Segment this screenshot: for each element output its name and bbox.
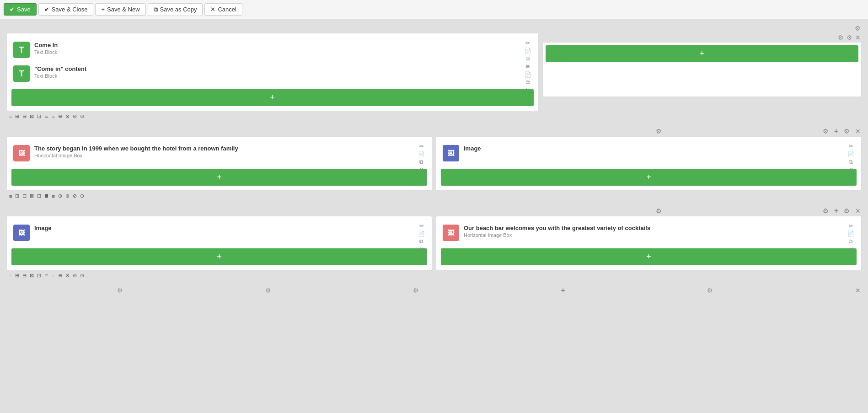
close-image2-btn[interactable]: ✕ bbox=[419, 246, 424, 252]
layout-icon[interactable]: ⊗ bbox=[64, 272, 70, 279]
add-block-col1-1-button[interactable]: + bbox=[11, 89, 534, 106]
row3-plus-icon[interactable]: + bbox=[834, 207, 838, 215]
clone-block1-btn[interactable]: ⧉ bbox=[525, 55, 530, 62]
layout-icon[interactable]: ≡ bbox=[8, 193, 13, 199]
file-story-btn[interactable]: 📄 bbox=[418, 151, 425, 157]
row4-gear-center-icon[interactable]: ⚙ bbox=[265, 287, 271, 294]
layout-icon[interactable]: ⊙ bbox=[79, 193, 85, 199]
layout-icon[interactable]: ⊟ bbox=[21, 193, 27, 199]
layout-icon[interactable]: ⊘ bbox=[72, 272, 78, 279]
add-block-col1-2-button[interactable]: + bbox=[546, 45, 858, 62]
layout-icon[interactable]: ⊙ bbox=[79, 113, 85, 120]
block-beach-bar: 🖼 Our beach bar welcomes you with the gr… bbox=[441, 221, 857, 245]
clone-beach-btn[interactable]: ⧉ bbox=[848, 238, 853, 245]
close-story-btn[interactable]: ✕ bbox=[419, 166, 424, 173]
row2-close-icon[interactable]: ✕ bbox=[855, 128, 861, 135]
file-block2-btn[interactable]: 📄 bbox=[524, 71, 532, 78]
cancel-button[interactable]: ✕ Cancel bbox=[204, 3, 242, 16]
layout-icon[interactable]: ⊡ bbox=[36, 113, 42, 120]
file-beach-btn[interactable]: 📄 bbox=[847, 231, 855, 237]
file-block1-btn[interactable]: 📄 bbox=[524, 48, 532, 54]
row4-gear-right-icon[interactable]: ⚙ bbox=[413, 287, 419, 294]
row4-close-icon[interactable]: ✕ bbox=[855, 287, 861, 294]
save-new-button[interactable]: + Save & New bbox=[95, 3, 145, 16]
layout-icon[interactable]: ≣ bbox=[43, 272, 49, 279]
row2-gear-right-icon[interactable]: ⚙ bbox=[823, 128, 829, 135]
row3-gear-left-icon[interactable]: ⚙ bbox=[656, 207, 662, 215]
row-2: ⚙ ⚙ + ⚙ ✕ 🖼 The story began in 1999 when… bbox=[5, 126, 863, 201]
add-block-col3-2-button[interactable]: + bbox=[441, 248, 857, 265]
clone-story-btn[interactable]: ⧉ bbox=[419, 159, 424, 165]
block-image-1-icon: 🖼 bbox=[443, 145, 459, 161]
layout-icon[interactable]: ≡ bbox=[8, 273, 13, 279]
clone-image2-btn[interactable]: ⧉ bbox=[419, 238, 424, 245]
file-image2-btn[interactable]: 📄 bbox=[418, 231, 425, 237]
layout-icon[interactable]: ⊠ bbox=[29, 272, 35, 279]
layout-icon[interactable]: ⊟ bbox=[21, 272, 27, 279]
edit-beach-btn[interactable]: ✏ bbox=[848, 223, 854, 229]
edit-block1-btn[interactable]: ✏ bbox=[525, 40, 530, 46]
save-new-label: Save & New bbox=[107, 6, 140, 13]
layout-icon[interactable]: ⊘ bbox=[72, 113, 78, 120]
layout-icon[interactable]: ≡ bbox=[8, 113, 13, 120]
row1-gear-icon[interactable]: ⚙ bbox=[855, 25, 861, 32]
save-label: Save bbox=[17, 6, 31, 13]
block-beach-bar-actions: ✏ 📄 ⧉ ✕ bbox=[847, 223, 855, 252]
layout-icon[interactable]: ⊡ bbox=[36, 193, 42, 199]
file-image1-btn[interactable]: 📄 bbox=[847, 151, 855, 157]
layout-bar-1: ≡ ⊞ ⊟ ⊠ ⊡ ≣ ≡ ⊕ ⊗ ⊘ ⊙ bbox=[6, 111, 539, 122]
layout-icon[interactable]: ⊞ bbox=[14, 113, 20, 120]
layout-icon[interactable]: ⊡ bbox=[36, 272, 42, 279]
add-block-col3-1-button[interactable]: + bbox=[11, 248, 427, 265]
layout-icon[interactable]: ⊠ bbox=[29, 113, 35, 120]
layout-icon[interactable]: ≣ bbox=[43, 193, 49, 199]
layout-icon[interactable]: ⊟ bbox=[21, 113, 27, 120]
close-beach-btn[interactable]: ✕ bbox=[848, 246, 854, 252]
block-come-in-icon: T bbox=[13, 42, 30, 58]
edit-image1-btn[interactable]: ✏ bbox=[848, 143, 854, 150]
row1-right-close-icon[interactable]: ✕ bbox=[855, 34, 861, 41]
close-image1-btn[interactable]: ✕ bbox=[848, 166, 854, 173]
row-1: ⚙ T Come In Text Block ✏ 📄 bbox=[5, 24, 863, 122]
close-block2-btn[interactable]: ✕ bbox=[525, 87, 530, 93]
layout-icon[interactable]: ⊗ bbox=[64, 113, 70, 120]
row2-plus-icon[interactable]: + bbox=[834, 127, 838, 135]
layout-icon[interactable]: ≡ bbox=[51, 273, 55, 279]
row1-right-gear-icon[interactable]: ⚙ bbox=[838, 34, 844, 41]
layout-icon[interactable]: ⊕ bbox=[57, 193, 63, 199]
layout-icon[interactable]: ≣ bbox=[43, 113, 49, 120]
edit-story-btn[interactable]: ✏ bbox=[419, 143, 424, 150]
save-close-button[interactable]: ✔ Save & Close bbox=[38, 3, 94, 16]
layout-icon[interactable]: ⊕ bbox=[57, 113, 63, 120]
clone-block2-btn[interactable]: ⧉ bbox=[525, 79, 530, 86]
row3-settings-icon[interactable]: ⚙ bbox=[844, 207, 850, 215]
layout-icon[interactable]: ⊞ bbox=[14, 193, 20, 199]
row2-gear-left-icon[interactable]: ⚙ bbox=[656, 128, 662, 135]
edit-block2-btn[interactable]: ✏ bbox=[525, 64, 530, 70]
row3-close-icon[interactable]: ✕ bbox=[855, 207, 861, 215]
layout-icon[interactable]: ⊙ bbox=[79, 272, 85, 279]
clone-image1-btn[interactable]: ⧉ bbox=[848, 159, 853, 165]
layout-icon[interactable]: ⊞ bbox=[14, 272, 20, 279]
block-beach-bar-icon: 🖼 bbox=[443, 225, 459, 241]
save-copy-button[interactable]: ⧉ Save as Copy bbox=[148, 3, 203, 16]
layout-icon[interactable]: ⊘ bbox=[72, 193, 78, 199]
add-block-col2-1-button[interactable]: + bbox=[11, 169, 427, 186]
toolbar: ✔ Save ✔ Save & Close + Save & New ⧉ Sav… bbox=[0, 0, 868, 19]
edit-image2-btn[interactable]: ✏ bbox=[419, 223, 424, 229]
layout-icon[interactable]: ⊠ bbox=[29, 193, 35, 199]
block-come-in-content: T "Come in" content Text Block ✏ 📄 ⧉ ✕ bbox=[11, 62, 534, 86]
row1-right-settings-icon[interactable]: ⚙ bbox=[847, 34, 852, 41]
row4-gear-left-icon[interactable]: ⚙ bbox=[117, 287, 123, 294]
add-block-col2-2-button[interactable]: + bbox=[441, 169, 857, 186]
layout-bar-2: ≡ ⊞ ⊟ ⊠ ⊡ ≣ ≡ ⊕ ⊗ ⊘ ⊙ bbox=[6, 191, 432, 201]
layout-icon[interactable]: ⊗ bbox=[64, 193, 70, 199]
layout-icon[interactable]: ≡ bbox=[51, 113, 55, 120]
layout-icon[interactable]: ≡ bbox=[51, 193, 55, 199]
layout-icon[interactable]: ⊕ bbox=[57, 272, 63, 279]
save-button[interactable]: ✔ Save bbox=[4, 3, 37, 16]
row2-settings-icon[interactable]: ⚙ bbox=[844, 128, 850, 135]
row3-gear-right-icon[interactable]: ⚙ bbox=[823, 207, 829, 215]
row4-settings-icon[interactable]: ⚙ bbox=[707, 287, 713, 294]
row4-plus-icon[interactable]: + bbox=[561, 286, 565, 295]
